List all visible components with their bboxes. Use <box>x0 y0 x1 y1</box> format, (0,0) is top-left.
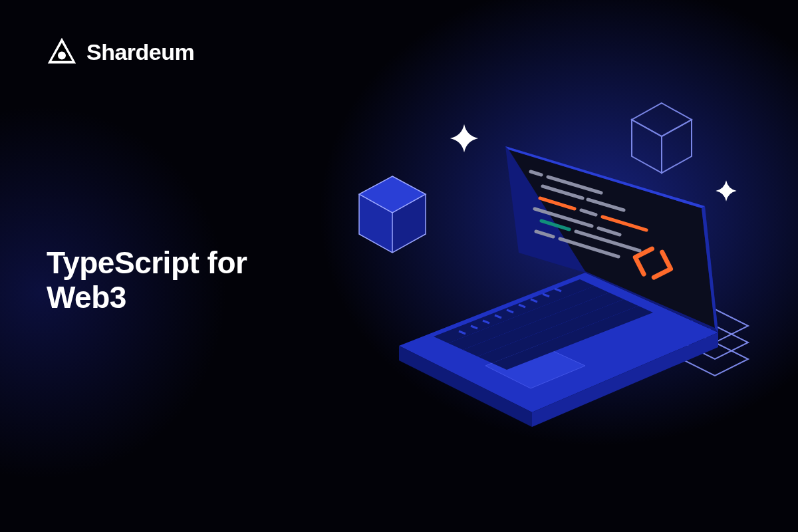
laptop-illustration <box>386 140 732 446</box>
heading-line-2: Web3 <box>47 280 126 315</box>
brand-name: Shardeum <box>86 39 194 65</box>
svg-point-2 <box>58 52 66 60</box>
illustration-scene <box>346 100 771 472</box>
brand-logo: Shardeum <box>47 37 194 67</box>
heading-line-1: TypeScript for <box>47 245 247 280</box>
page-title: TypeScript for Web3 <box>47 246 247 315</box>
svg-marker-3 <box>632 103 692 136</box>
shardeum-logo-icon <box>47 37 77 67</box>
